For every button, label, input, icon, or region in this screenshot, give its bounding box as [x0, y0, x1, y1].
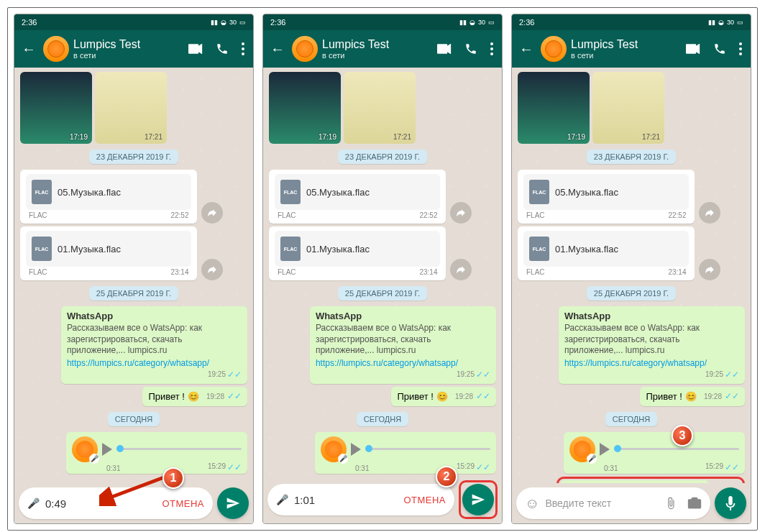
back-icon[interactable]: ←	[516, 38, 536, 60]
send-button[interactable]	[462, 484, 494, 515]
read-ticks-icon: ✓✓	[227, 462, 242, 472]
forward-icon[interactable]	[699, 202, 720, 224]
text-message[interactable]: Привет !😊19:28✓✓	[640, 387, 745, 406]
voice-message[interactable]: 🎤 0:31 15:29✓✓	[66, 432, 247, 474]
recording-timer: 1:01	[294, 494, 315, 506]
back-icon[interactable]: ←	[19, 38, 39, 60]
highlight-voice: 🎤 1:02 15:32✓	[556, 477, 745, 483]
phone-screen-1: 2:36 ▮▮ ◒ 30 ▭ ← Lumpics Test в сети 17:…	[14, 14, 254, 524]
svg-point-9	[739, 52, 742, 55]
more-icon[interactable]	[490, 42, 493, 55]
message-input-placeholder: Введите текст	[545, 497, 659, 509]
status-bar: 2:36 ▮▮ ◒ 30 ▭	[14, 14, 253, 30]
image-message[interactable]: 17:21	[344, 72, 416, 144]
message-input-box[interactable]: ☺ Введите текст	[516, 487, 710, 519]
mic-button[interactable]	[715, 487, 746, 519]
svg-point-6	[490, 52, 493, 55]
forward-icon[interactable]	[201, 202, 223, 224]
svg-line-3	[106, 477, 164, 499]
text-message[interactable]: Привет !😊19:28✓✓	[142, 387, 247, 406]
image-message[interactable]: 17:21	[592, 72, 664, 144]
link-message[interactable]: WhatsApp Рассказываем все о WatsApp: как…	[559, 306, 745, 384]
forward-icon[interactable]	[699, 259, 720, 280]
callout-2: 2	[436, 466, 457, 487]
camera-icon[interactable]	[687, 497, 702, 510]
voice-track[interactable]	[116, 448, 242, 450]
phone-screen-3: 2:36 ▮▮◒30▭ ← Lumpics Test в сети 17:19 …	[511, 14, 751, 524]
contact-avatar[interactable]	[43, 36, 69, 62]
voice-message-new[interactable]: 🎤 1:02 15:32✓	[560, 480, 709, 483]
image-message[interactable]: 17:19	[20, 72, 92, 144]
voice-avatar: 🎤	[72, 436, 98, 462]
tutorial-arrow	[99, 470, 171, 506]
cancel-recording-button[interactable]: ОТМЕНА	[403, 495, 446, 505]
send-button[interactable]	[217, 487, 249, 519]
file-message[interactable]: FLAC01.Музыка.flac FLAC23:14	[20, 226, 197, 280]
read-ticks-icon: ✓✓	[227, 391, 242, 401]
svg-point-7	[739, 42, 742, 45]
file-message[interactable]: FLAC05.Музыка.flac FLAC22:52	[518, 170, 695, 224]
highlight-send	[459, 480, 498, 519]
chat-header: ← Lumpics Test в сети	[14, 30, 253, 68]
file-message[interactable]: FLAC01.Музыка.flac FLAC23:14	[518, 226, 695, 280]
voice-message[interactable]: 🎤 0:31 15:29✓✓	[315, 432, 496, 474]
voice-message[interactable]: 🎤 0:31 15:29✓✓	[564, 432, 745, 474]
video-call-icon[interactable]	[686, 44, 700, 54]
svg-point-1	[242, 47, 244, 50]
forward-icon[interactable]	[450, 259, 472, 280]
file-message[interactable]: FLAC05.Музыка.flac FLAC22:52	[20, 170, 197, 224]
contact-avatar[interactable]	[541, 36, 567, 62]
file-message[interactable]: FLAC01.Музыка.flac FLAC23:14	[269, 226, 446, 280]
emoji-icon[interactable]: ☺	[525, 495, 539, 512]
date-chip: 23 ДЕКАБРЯ 2019 Г.	[89, 150, 178, 164]
call-icon[interactable]	[216, 42, 229, 55]
svg-point-2	[242, 52, 244, 55]
online-status: в сети	[73, 51, 184, 60]
recording-bar[interactable]: 🎤 1:01 ОТМЕНА	[267, 484, 454, 515]
signal-icon: ▮▮	[211, 19, 218, 26]
image-message[interactable]: 17:19	[518, 72, 590, 144]
image-message[interactable]: 17:19	[269, 72, 341, 144]
call-icon[interactable]	[713, 42, 726, 55]
video-call-icon[interactable]	[437, 44, 452, 54]
input-bar: ☺ Введите текст	[512, 483, 751, 523]
battery-icon: 30	[229, 19, 237, 26]
smile-emoji: 😊	[188, 391, 199, 402]
chat-body[interactable]: 17:19 17:21 23 ДЕКАБРЯ 2019 Г. FLAC05.Му…	[263, 68, 502, 476]
contact-name: Lumpics Test	[73, 38, 184, 51]
contact-title-block[interactable]: Lumpics Test в сети	[73, 38, 184, 60]
input-bar: 🎤 1:01 ОТМЕНА	[263, 476, 502, 523]
chat-body[interactable]: 17:19 17:21 23 ДЕКАБРЯ 2019 Г. FLAC05.Му…	[14, 68, 253, 483]
mic-recording-icon: 🎤	[27, 497, 40, 509]
date-chip: СЕГОДНЯ	[108, 412, 160, 426]
status-bar: 2:36 ▮▮◒30▭	[263, 14, 502, 30]
file-message[interactable]: FLAC05.Музыка.flac FLAC22:52	[269, 170, 446, 224]
svg-point-0	[242, 42, 244, 45]
back-icon[interactable]: ←	[267, 38, 288, 60]
play-icon[interactable]	[600, 443, 610, 456]
chat-header: ← Lumpics Test в сети	[512, 30, 751, 68]
forward-icon[interactable]	[450, 202, 472, 224]
play-icon[interactable]	[351, 443, 361, 456]
forward-icon[interactable]	[201, 259, 223, 280]
file-icon: FLAC	[32, 180, 52, 204]
callout-1: 1	[162, 467, 184, 489]
link-message[interactable]: WhatsApp Рассказываем все о WatsApp: как…	[310, 306, 496, 384]
text-message[interactable]: Привет !😊19:28✓✓	[391, 387, 496, 406]
date-chip: 25 ДЕКАБРЯ 2019 Г.	[89, 286, 178, 301]
chat-body[interactable]: 17:19 17:21 23 ДЕКАБРЯ 2019 Г. FLAC05.Му…	[512, 68, 751, 483]
phone-screen-2: 2:36 ▮▮◒30▭ ← Lumpics Test в сети 17:19 …	[262, 14, 503, 524]
more-icon[interactable]	[739, 42, 742, 55]
contact-avatar[interactable]	[292, 36, 318, 62]
file-icon: FLAC	[32, 237, 52, 261]
play-icon[interactable]	[102, 443, 112, 456]
call-icon[interactable]	[464, 42, 477, 55]
attach-icon[interactable]	[664, 497, 677, 510]
link-message[interactable]: WhatsApp Рассказываем все о WatsApp: как…	[61, 306, 247, 384]
image-message[interactable]: 17:21	[95, 72, 167, 144]
read-ticks-icon: ✓✓	[227, 370, 242, 380]
link-url[interactable]: https://lumpics.ru/category/whatsapp/	[67, 358, 242, 368]
more-icon[interactable]	[242, 42, 244, 55]
svg-point-8	[739, 47, 742, 50]
video-call-icon[interactable]	[188, 44, 203, 54]
